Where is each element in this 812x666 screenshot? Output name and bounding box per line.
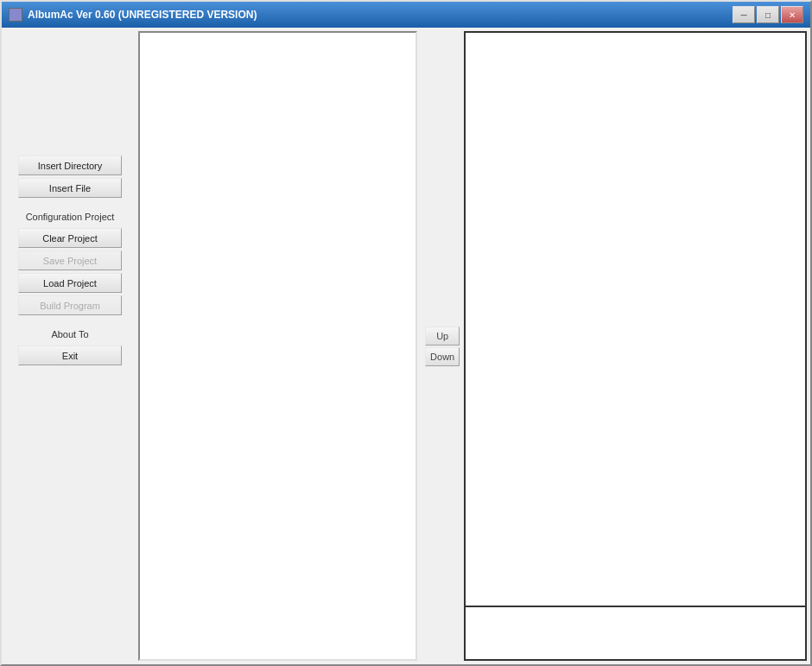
- up-button[interactable]: Up: [425, 327, 460, 346]
- preview-panel: [464, 31, 807, 661]
- insert-directory-button[interactable]: Insert Directory: [18, 155, 122, 175]
- minimize-button[interactable]: ─: [733, 6, 755, 23]
- right-side: Up Down: [421, 31, 807, 661]
- window-content: Insert Directory Insert File Configurati…: [2, 28, 810, 664]
- file-list-panel[interactable]: [138, 31, 417, 661]
- configuration-label: Configuration Project: [9, 212, 131, 222]
- about-to-label: About To: [9, 329, 131, 339]
- clear-project-button[interactable]: Clear Project: [18, 228, 122, 248]
- maximize-button[interactable]: □: [757, 6, 779, 23]
- save-project-button[interactable]: Save Project: [18, 251, 122, 270]
- title-bar: AlbumAc Ver 0.60 (UNREGISTERED VERSION) …: [2, 2, 810, 28]
- exit-button[interactable]: Exit: [18, 346, 122, 365]
- insert-group: Insert Directory Insert File: [9, 155, 131, 198]
- insert-file-button[interactable]: Insert File: [18, 178, 122, 198]
- nav-buttons: Up Down: [421, 31, 464, 661]
- about-exit-group: About To Exit: [9, 329, 131, 365]
- preview-top[interactable]: [466, 33, 805, 607]
- top-spacer: [9, 35, 131, 155]
- down-button[interactable]: Down: [425, 347, 460, 366]
- preview-bottom[interactable]: [466, 607, 805, 659]
- title-buttons: ─ □ ✕: [733, 6, 803, 23]
- close-button[interactable]: ✕: [781, 6, 803, 23]
- app-icon: [9, 8, 22, 22]
- main-window: AlbumAc Ver 0.60 (UNREGISTERED VERSION) …: [0, 0, 812, 666]
- window-title: AlbumAc Ver 0.60 (UNREGISTERED VERSION): [28, 9, 733, 21]
- configuration-group: Configuration Project Clear Project Save…: [9, 212, 131, 315]
- build-program-button[interactable]: Build Program: [18, 295, 122, 315]
- load-project-button[interactable]: Load Project: [18, 273, 122, 293]
- sidebar: Insert Directory Insert File Configurati…: [5, 31, 135, 661]
